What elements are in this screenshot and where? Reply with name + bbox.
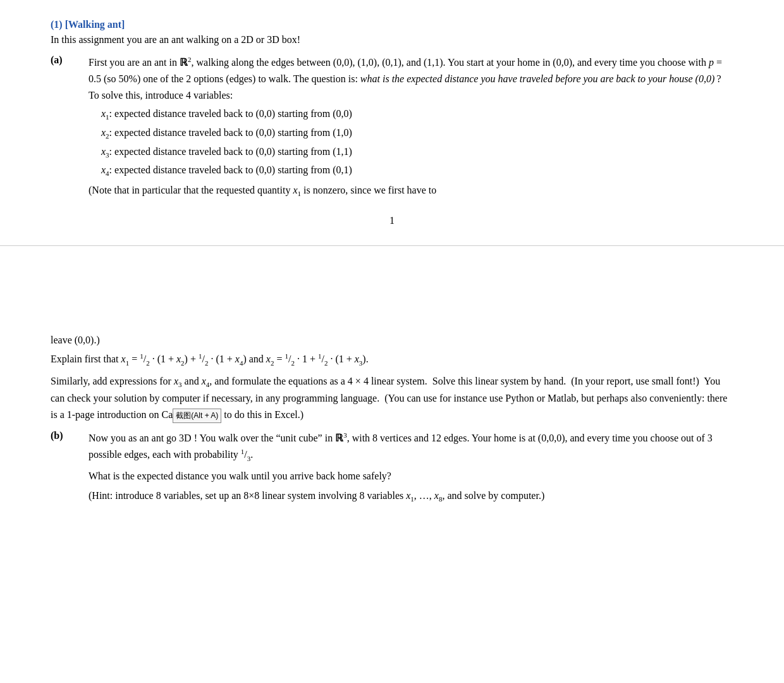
part-b-label-text: (b) xyxy=(51,430,63,441)
continuation-explain: Explain first that x1 = 1/2 · (1 + x2) +… xyxy=(51,352,733,367)
tooltip-screenshot: 截图(Alt + A) xyxy=(173,409,221,424)
variable-list: x1: expected distance traveled back to (… xyxy=(101,106,733,180)
part-a-note: (Note that in particular that the reques… xyxy=(89,182,733,200)
part-b-content: Now you as an ant go 3D ! You walk over … xyxy=(89,430,733,508)
part-a-content: First you are an ant in ℝ2, walking alon… xyxy=(89,54,733,202)
var-x2: x2: expected distance traveled back to (… xyxy=(101,125,733,142)
part-b-container: (b) Now you as an ant go 3D ! You walk o… xyxy=(51,430,733,508)
part-b-para1: Now you as an ant go 3D ! You walk over … xyxy=(89,430,733,464)
part-a-label-text: (a) xyxy=(51,54,63,65)
part-b-hint: (Hint: introduce 8 variables, set up an … xyxy=(89,488,733,505)
continuation-similarly: Similarly, add expressions for x3 and x4… xyxy=(51,373,733,424)
page-top: (1) [Walking ant] In this assignment you… xyxy=(0,0,784,245)
page-container: (1) [Walking ant] In this assignment you… xyxy=(0,0,784,683)
italic-question: what is the expected distance you have t… xyxy=(360,73,714,84)
var-x4: x4: expected distance traveled back to (… xyxy=(101,162,733,180)
part-b-label: (b) xyxy=(51,430,89,441)
continuation-leave: leave (0,0).) xyxy=(51,335,733,346)
page-bottom: leave (0,0).) Explain first that x1 = 1/… xyxy=(0,322,784,533)
page-number: 1 xyxy=(51,215,733,226)
part-a-container: (a) First you are an ant in ℝ2, walking … xyxy=(51,54,733,202)
var-x3: x3: expected distance traveled back to (… xyxy=(101,144,733,161)
intro-text: In this assignment you are an ant walkin… xyxy=(51,34,733,46)
part-a-label: (a) xyxy=(51,54,89,66)
part-b-para2: What is the expected distance you walk u… xyxy=(89,468,733,484)
blank-area xyxy=(0,246,784,322)
question-title: (1) [Walking ant] xyxy=(51,19,733,30)
part-a-para1: First you are an ant in ℝ2, walking alon… xyxy=(89,54,733,103)
var-x1: x1: expected distance traveled back to (… xyxy=(101,106,733,123)
